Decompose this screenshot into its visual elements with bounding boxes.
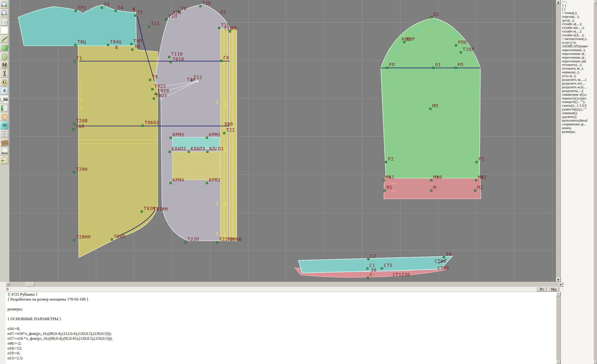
command-item[interactable]: разделить кс(.... (561, 82, 594, 85)
point-marker[interactable] (148, 26, 150, 28)
grading-g-icon[interactable]: G (0, 78, 9, 86)
point-marker[interactable] (206, 151, 208, 153)
point-marker[interactable] (460, 51, 462, 53)
point-marker[interactable] (220, 60, 222, 62)
point-marker[interactable] (73, 123, 75, 125)
i66-button[interactable]: i_66. (0, 95, 9, 103)
view-3d-icon[interactable]: 3D (0, 121, 9, 129)
sheet-icon[interactable] (0, 43, 9, 52)
md-button[interactable]: Мд (548, 287, 559, 292)
point-marker[interactable] (170, 182, 172, 184)
command-item[interactable]: разделить ксу(... (561, 85, 594, 89)
point-marker[interactable] (432, 67, 434, 69)
model-photo-icon[interactable] (0, 112, 9, 121)
command-item[interactable]: := ; (561, 0, 594, 4)
point-marker[interactable] (151, 88, 153, 90)
command-item[interactable]: :=точка(,); (561, 11, 594, 15)
command-item[interactable]: [ ] (561, 8, 594, 11)
ruler-8-icon[interactable]: 8 (0, 87, 9, 95)
scroll-down-button[interactable]: ˅ (557, 360, 561, 364)
command-item[interactable]: { } (561, 4, 594, 8)
point-marker[interactable] (474, 190, 476, 191)
command-item[interactable]: выполнить(dmod (561, 119, 594, 122)
point-marker[interactable] (188, 151, 190, 153)
marker-m-icon[interactable]: M (0, 61, 9, 69)
command-item[interactable]: поворот(()...""); (561, 100, 594, 104)
algorithm-icon[interactable]: ALG (0, 147, 9, 155)
command-item[interactable]: если () то (561, 41, 594, 45)
point-marker[interactable] (430, 179, 432, 181)
point-marker[interactable] (223, 132, 225, 134)
point-marker[interactable] (75, 10, 77, 12)
command-item[interactable]: пересечение н(.. (561, 52, 594, 56)
point-marker[interactable] (73, 60, 76, 62)
zoom-out-icon[interactable]: − (0, 9, 9, 17)
command-item[interactable]: перенос((),отрез (561, 97, 594, 100)
point-marker[interactable] (170, 137, 172, 139)
point-marker[interactable] (141, 210, 143, 213)
point-marker[interactable] (455, 44, 457, 47)
point-marker[interactable] (170, 61, 172, 63)
command-item[interactable]: удалить(); (561, 115, 594, 119)
point-marker[interactable] (153, 97, 155, 100)
scroll-down-button[interactable]: ▼ (556, 278, 561, 282)
point-marker[interactable] (367, 258, 369, 260)
point-marker[interactable] (476, 161, 478, 163)
scroll-right-button[interactable]: ► (559, 282, 563, 286)
command-item[interactable]: сплайн к[](....); (561, 33, 594, 37)
scroll-down-button[interactable]: ˅ (594, 360, 597, 364)
point-marker[interactable] (384, 190, 386, 191)
command-item[interactable]: угол к(..); (561, 74, 594, 78)
command-item[interactable]: сплайн д(....); (561, 22, 594, 26)
measure-segment-icon[interactable] (0, 35, 9, 43)
point-marker[interactable] (429, 108, 432, 110)
point-marker[interactable] (385, 161, 387, 163)
point-marker[interactable] (206, 137, 208, 139)
point-marker[interactable] (381, 267, 383, 269)
point-marker[interactable] (130, 43, 133, 45)
command-item[interactable]: сжать(()...1.1.0.9. (561, 104, 594, 108)
point-marker[interactable] (184, 241, 187, 243)
code-editor[interactable]: {| 4725 Рубашка }{ Разработано на размер… (6, 292, 556, 364)
command-panel-scrollbar[interactable]: ˄ ˅ (594, 0, 597, 364)
point-marker[interactable] (72, 128, 75, 130)
scroll-up-button[interactable]: ▲ (556, 0, 561, 4)
command-item[interactable]: сплайн кк(.....); (561, 26, 594, 30)
command-item[interactable]: разделить(....); (561, 89, 594, 93)
scroll-up-button[interactable]: ˄ (557, 292, 561, 296)
command-item[interactable]: пересечение д(.. (561, 56, 594, 60)
pattern-piece-icon[interactable] (0, 52, 9, 60)
command-item[interactable]: ломаная(); (561, 111, 594, 115)
back-piece[interactable] (78, 46, 158, 258)
command-item[interactable]: пересечение(..); (561, 48, 594, 52)
point-marker[interactable] (73, 171, 75, 173)
library-icon[interactable] (0, 138, 9, 147)
scroll-up-button[interactable]: ˄ (594, 0, 597, 4)
point-marker[interactable] (218, 27, 220, 29)
point-marker[interactable] (115, 10, 117, 12)
compass-icon[interactable] (0, 69, 9, 78)
point-marker[interactable] (111, 238, 113, 241)
point-marker[interactable] (216, 241, 218, 243)
point-marker[interactable] (101, 7, 103, 9)
point-marker[interactable] (455, 67, 457, 69)
point-marker[interactable] (386, 67, 388, 69)
point-marker[interactable] (383, 179, 385, 181)
command-item[interactable]: нормаль(..); (561, 71, 594, 74)
command-item[interactable]: пересечение дн( (561, 60, 594, 63)
point-marker[interactable] (199, 5, 202, 7)
canvas-hscrollbar[interactable]: ◄ ► (6, 282, 563, 287)
export-icon[interactable]: ← (0, 156, 9, 164)
command-item[interactable]: симметрия л((),с (561, 93, 594, 97)
command-item[interactable]: отложить в(..); (561, 67, 594, 71)
command-item[interactable]: сопряжение д(... (561, 122, 594, 126)
code-editor-scrollbar[interactable]: ˄ ˅ (557, 292, 561, 364)
command-item[interactable]: ЗАПИСАТЬ(имя= (561, 45, 594, 48)
point-marker[interactable] (168, 56, 170, 58)
point-marker[interactable] (206, 182, 208, 184)
point-marker[interactable] (430, 190, 432, 191)
point-marker[interactable] (131, 48, 134, 51)
pocket-flap[interactable] (173, 137, 220, 180)
command-item[interactable]: развести((),().,"" (561, 108, 594, 111)
size-table-icon[interactable] (0, 104, 9, 112)
